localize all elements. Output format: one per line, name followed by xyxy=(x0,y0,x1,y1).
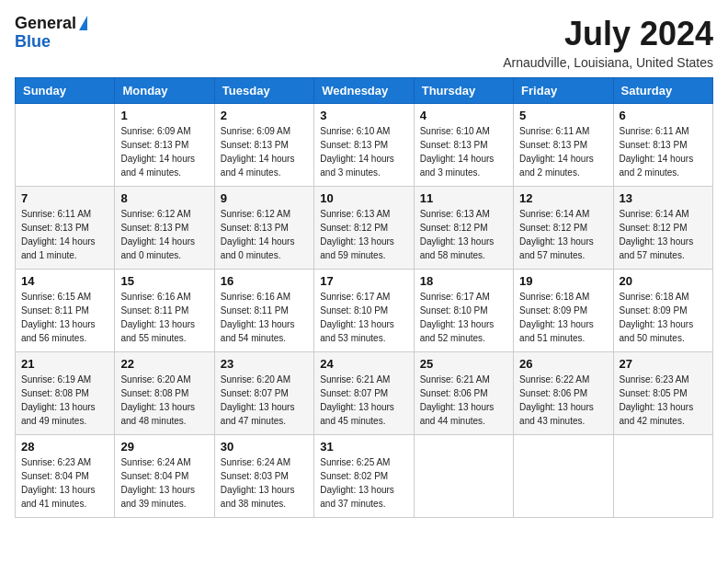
calendar-cell: 24Sunrise: 6:21 AM Sunset: 8:07 PM Dayli… xyxy=(314,352,414,435)
day-info: Sunrise: 6:23 AM Sunset: 8:05 PM Dayligh… xyxy=(620,373,707,428)
calendar-cell: 25Sunrise: 6:21 AM Sunset: 8:06 PM Dayli… xyxy=(414,352,513,435)
day-number: 23 xyxy=(221,357,308,371)
day-number: 27 xyxy=(620,357,707,371)
calendar-table: SundayMondayTuesdayWednesdayThursdayFrid… xyxy=(15,77,713,518)
day-info: Sunrise: 6:14 AM Sunset: 8:12 PM Dayligh… xyxy=(620,207,707,262)
day-number: 10 xyxy=(320,191,407,205)
day-number: 15 xyxy=(120,274,208,288)
day-info: Sunrise: 6:18 AM Sunset: 8:09 PM Dayligh… xyxy=(620,290,707,345)
calendar-cell: 6Sunrise: 6:11 AM Sunset: 8:13 PM Daylig… xyxy=(613,104,712,187)
day-info: Sunrise: 6:24 AM Sunset: 8:03 PM Dayligh… xyxy=(221,455,308,511)
calendar-cell: 13Sunrise: 6:14 AM Sunset: 8:12 PM Dayli… xyxy=(613,187,712,270)
day-info: Sunrise: 6:12 AM Sunset: 8:13 PM Dayligh… xyxy=(120,207,208,262)
day-number: 30 xyxy=(221,440,308,454)
logo-triangle-icon xyxy=(79,16,87,30)
day-info: Sunrise: 6:18 AM Sunset: 8:09 PM Dayligh… xyxy=(519,290,607,345)
day-info: Sunrise: 6:17 AM Sunset: 8:10 PM Dayligh… xyxy=(320,290,407,345)
calendar-cell: 3Sunrise: 6:10 AM Sunset: 8:13 PM Daylig… xyxy=(314,104,414,187)
day-number: 2 xyxy=(221,109,308,122)
calendar-cell: 19Sunrise: 6:18 AM Sunset: 8:09 PM Dayli… xyxy=(514,270,613,352)
day-info: Sunrise: 6:20 AM Sunset: 8:08 PM Dayligh… xyxy=(120,373,208,428)
day-info: Sunrise: 6:24 AM Sunset: 8:04 PM Dayligh… xyxy=(120,455,208,511)
day-number: 25 xyxy=(420,357,507,371)
day-info: Sunrise: 6:19 AM Sunset: 8:08 PM Dayligh… xyxy=(21,373,108,428)
day-info: Sunrise: 6:13 AM Sunset: 8:12 PM Dayligh… xyxy=(420,207,507,262)
day-info: Sunrise: 6:11 AM Sunset: 8:13 PM Dayligh… xyxy=(620,124,707,179)
calendar-cell: 27Sunrise: 6:23 AM Sunset: 8:05 PM Dayli… xyxy=(613,352,712,435)
weekday-header-saturday: Saturday xyxy=(613,78,712,104)
day-number: 19 xyxy=(519,274,607,288)
day-info: Sunrise: 6:11 AM Sunset: 8:13 PM Dayligh… xyxy=(519,124,607,179)
day-number: 3 xyxy=(320,109,407,122)
day-info: Sunrise: 6:16 AM Sunset: 8:11 PM Dayligh… xyxy=(120,290,208,345)
day-info: Sunrise: 6:20 AM Sunset: 8:07 PM Dayligh… xyxy=(221,373,308,428)
calendar-cell: 8Sunrise: 6:12 AM Sunset: 8:13 PM Daylig… xyxy=(115,187,214,270)
calendar-cell: 30Sunrise: 6:24 AM Sunset: 8:03 PM Dayli… xyxy=(214,435,313,518)
calendar-cell: 17Sunrise: 6:17 AM Sunset: 8:10 PM Dayli… xyxy=(314,270,414,352)
day-number: 6 xyxy=(620,109,707,122)
weekday-header-wednesday: Wednesday xyxy=(314,78,414,104)
day-number: 20 xyxy=(620,274,707,288)
day-number: 18 xyxy=(420,274,507,288)
header: General Blue July 2024 Arnaudville, Loui… xyxy=(15,15,713,70)
calendar-cell: 11Sunrise: 6:13 AM Sunset: 8:12 PM Dayli… xyxy=(414,187,513,270)
calendar-cell: 21Sunrise: 6:19 AM Sunset: 8:08 PM Dayli… xyxy=(16,352,115,435)
calendar-cell xyxy=(613,435,712,518)
calendar-cell: 31Sunrise: 6:25 AM Sunset: 8:02 PM Dayli… xyxy=(314,435,414,518)
day-number: 11 xyxy=(420,191,507,205)
day-info: Sunrise: 6:10 AM Sunset: 8:13 PM Dayligh… xyxy=(420,124,507,179)
day-number: 4 xyxy=(420,109,507,122)
calendar-cell: 12Sunrise: 6:14 AM Sunset: 8:12 PM Dayli… xyxy=(514,187,613,270)
title-area: July 2024 Arnaudville, Louisiana, United… xyxy=(503,15,713,70)
day-info: Sunrise: 6:13 AM Sunset: 8:12 PM Dayligh… xyxy=(320,207,407,262)
calendar-cell: 16Sunrise: 6:16 AM Sunset: 8:11 PM Dayli… xyxy=(214,270,313,352)
calendar-cell: 28Sunrise: 6:23 AM Sunset: 8:04 PM Dayli… xyxy=(16,435,115,518)
calendar-cell: 20Sunrise: 6:18 AM Sunset: 8:09 PM Dayli… xyxy=(613,270,712,352)
day-info: Sunrise: 6:14 AM Sunset: 8:12 PM Dayligh… xyxy=(519,207,607,262)
day-number: 1 xyxy=(120,109,208,122)
calendar-cell: 1Sunrise: 6:09 AM Sunset: 8:13 PM Daylig… xyxy=(115,104,214,187)
day-info: Sunrise: 6:25 AM Sunset: 8:02 PM Dayligh… xyxy=(320,455,407,511)
day-number: 29 xyxy=(120,440,208,454)
weekday-header-monday: Monday xyxy=(115,78,214,104)
weekday-header-thursday: Thursday xyxy=(414,78,513,104)
day-number: 5 xyxy=(519,109,607,122)
calendar-cell: 5Sunrise: 6:11 AM Sunset: 8:13 PM Daylig… xyxy=(514,104,613,187)
calendar-cell: 23Sunrise: 6:20 AM Sunset: 8:07 PM Dayli… xyxy=(214,352,313,435)
calendar-cell xyxy=(16,104,115,187)
day-info: Sunrise: 6:22 AM Sunset: 8:06 PM Dayligh… xyxy=(519,373,607,428)
day-number: 24 xyxy=(320,357,407,371)
day-info: Sunrise: 6:21 AM Sunset: 8:06 PM Dayligh… xyxy=(420,373,507,428)
logo-general: General xyxy=(15,15,76,33)
calendar-title: July 2024 xyxy=(503,15,713,53)
calendar-cell xyxy=(514,435,613,518)
calendar-cell xyxy=(414,435,513,518)
day-number: 7 xyxy=(21,191,108,205)
calendar-cell: 7Sunrise: 6:11 AM Sunset: 8:13 PM Daylig… xyxy=(16,187,115,270)
calendar-subtitle: Arnaudville, Louisiana, United States xyxy=(503,55,713,70)
day-info: Sunrise: 6:21 AM Sunset: 8:07 PM Dayligh… xyxy=(320,373,407,428)
calendar-cell: 18Sunrise: 6:17 AM Sunset: 8:10 PM Dayli… xyxy=(414,270,513,352)
day-info: Sunrise: 6:10 AM Sunset: 8:13 PM Dayligh… xyxy=(320,124,407,179)
day-number: 12 xyxy=(519,191,607,205)
day-number: 22 xyxy=(120,357,208,371)
day-number: 9 xyxy=(221,191,308,205)
day-number: 26 xyxy=(519,357,607,371)
day-number: 16 xyxy=(221,274,308,288)
day-number: 8 xyxy=(120,191,208,205)
weekday-header-tuesday: Tuesday xyxy=(214,78,313,104)
calendar-cell: 29Sunrise: 6:24 AM Sunset: 8:04 PM Dayli… xyxy=(115,435,214,518)
calendar-cell: 2Sunrise: 6:09 AM Sunset: 8:13 PM Daylig… xyxy=(214,104,313,187)
day-info: Sunrise: 6:12 AM Sunset: 8:13 PM Dayligh… xyxy=(221,207,308,262)
day-info: Sunrise: 6:15 AM Sunset: 8:11 PM Dayligh… xyxy=(21,290,108,345)
day-number: 28 xyxy=(21,440,108,454)
day-number: 31 xyxy=(320,440,407,454)
weekday-header-sunday: Sunday xyxy=(16,78,115,104)
day-number: 17 xyxy=(320,274,407,288)
calendar-cell: 10Sunrise: 6:13 AM Sunset: 8:12 PM Dayli… xyxy=(314,187,414,270)
calendar-cell: 9Sunrise: 6:12 AM Sunset: 8:13 PM Daylig… xyxy=(214,187,313,270)
day-info: Sunrise: 6:09 AM Sunset: 8:13 PM Dayligh… xyxy=(120,124,208,179)
logo-blue: Blue xyxy=(15,33,87,52)
calendar-cell: 15Sunrise: 6:16 AM Sunset: 8:11 PM Dayli… xyxy=(115,270,214,352)
day-number: 13 xyxy=(620,191,707,205)
